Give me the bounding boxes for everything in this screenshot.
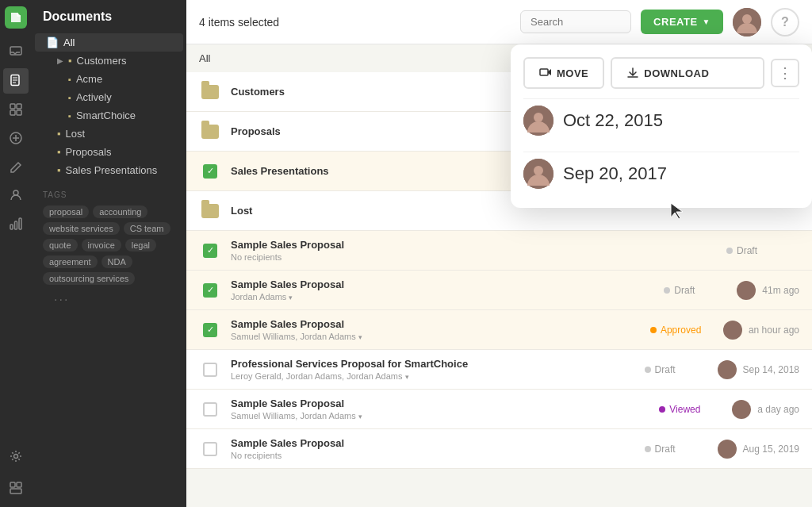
sidebar-item-actively[interactable]: ▪ Actively <box>35 88 183 106</box>
create-button[interactable]: CREATE ▼ <box>641 10 723 34</box>
sidebar-item-all[interactable]: 📄 All <box>35 33 183 52</box>
table-row[interactable]: ✓ Sample Sales Proposal No recipients Dr… <box>186 231 812 271</box>
checkbox-unchecked <box>203 402 217 417</box>
activity-avatar-2 <box>523 159 553 189</box>
svg-rect-12 <box>10 482 15 487</box>
search-input[interactable] <box>520 10 631 33</box>
sidebar-item-label: All <box>63 36 75 48</box>
table-row[interactable]: Sample Sales Proposal Samuel Williams, J… <box>186 390 812 429</box>
main-content: 4 items selected CREATE ▼ ? MOVE DOWNLOA… <box>186 0 812 507</box>
folder-icon: ▪ <box>57 164 61 176</box>
checkbox-icon[interactable] <box>199 438 221 460</box>
row-meta: Sep 14, 2018 <box>718 360 799 379</box>
checkbox-icon[interactable]: ✓ <box>199 279 221 302</box>
sidebar-item-label: Sales Presentations <box>66 164 158 176</box>
status-dot <box>659 406 665 413</box>
table-row[interactable]: ✓ Sample Sales Proposal Jordan Adams ▾ D… <box>186 271 812 310</box>
row-subtitle: Samuel Williams, Jordan Adams ▾ <box>231 332 641 341</box>
checkbox-icon[interactable]: ✓ <box>199 160 221 182</box>
tag-proposal[interactable]: proposal <box>43 205 89 218</box>
app-logo[interactable] <box>5 6 27 29</box>
nav-catalog[interactable] <box>3 125 29 151</box>
svg-rect-4 <box>10 110 15 115</box>
meta-time: Aug 15, 2019 <box>743 444 799 455</box>
status-dot <box>664 287 670 294</box>
row-content: Sample Sales Proposal No recipients <box>231 239 717 262</box>
dropdown-actions: MOVE DOWNLOAD ⋮ <box>523 57 799 89</box>
status-label: Approved <box>661 325 701 336</box>
move-button[interactable]: MOVE <box>523 57 604 89</box>
svg-point-11 <box>14 455 18 459</box>
nav-templates[interactable] <box>3 97 29 122</box>
activity-date-1: Oct 22, 2015 <box>563 110 663 131</box>
sidebar-item-label: Lost <box>66 128 86 140</box>
nav-contacts[interactable] <box>3 182 29 208</box>
tag-invoice[interactable]: invoice <box>82 239 121 252</box>
nav-settings[interactable] <box>3 444 29 469</box>
meta-time: Sep 14, 2018 <box>743 364 799 375</box>
tag-outsourcing-services[interactable]: outsourcing services <box>43 272 135 285</box>
row-meta: an hour ago <box>723 321 799 340</box>
tag-nda[interactable]: NDA <box>102 255 132 268</box>
meta-avatar <box>732 400 751 419</box>
row-subtitle: Leroy Gerald, Jordan Adams, Jordan Adams… <box>231 371 635 381</box>
row-content: Sample Sales Proposal Jordan Adams ▾ <box>231 278 654 302</box>
create-dropdown-icon: ▼ <box>703 17 710 26</box>
meta-avatar <box>718 360 737 379</box>
more-tags-button[interactable]: ... <box>43 285 175 309</box>
checkbox-icon[interactable]: ✓ <box>199 240 221 262</box>
table-row[interactable]: Sample Sales Proposal No recipients Draf… <box>186 429 812 469</box>
create-label: CREATE <box>653 16 697 28</box>
activity-row-2: Sep 20, 2017 <box>523 152 799 195</box>
tag-agreement[interactable]: agreement <box>43 255 98 268</box>
status-label: Draft <box>674 285 695 296</box>
row-status: Draft <box>645 444 708 455</box>
help-button[interactable]: ? <box>771 8 799 36</box>
table-row[interactable]: ✓ Sample Sales Proposal Samuel Williams,… <box>186 310 812 350</box>
table-row[interactable]: Professional Services Proposal for Smart… <box>186 350 812 390</box>
tag-website-services[interactable]: website services <box>43 222 120 235</box>
sidebar-item-proposals[interactable]: ▪ Proposals <box>35 143 183 161</box>
row-content: Sample Sales Proposal No recipients <box>231 437 635 460</box>
folder-icon: ▪ <box>57 146 61 158</box>
download-button[interactable]: DOWNLOAD <box>611 57 764 89</box>
checkbox-icon[interactable] <box>199 398 221 421</box>
more-options-button[interactable]: ⋮ <box>771 59 799 87</box>
nav-edit[interactable] <box>3 154 29 179</box>
sidebar-item-smartchoice[interactable]: ▪ SmartChoice <box>35 106 183 125</box>
svg-point-21 <box>534 166 543 175</box>
meta-avatar <box>718 440 737 459</box>
sidebar-item-label: Proposals <box>66 146 112 158</box>
move-label: MOVE <box>557 67 588 79</box>
sidebar-item-lost[interactable]: ▪ Lost <box>35 125 183 143</box>
checkbox-icon[interactable] <box>199 359 221 381</box>
row-title: Sample Sales Proposal <box>231 318 641 330</box>
user-avatar[interactable] <box>733 8 761 36</box>
tag-quote[interactable]: quote <box>43 239 78 252</box>
sidebar-title: Documents <box>32 10 186 33</box>
folder-icon: ▪ <box>57 128 61 140</box>
folder-icon: ▪ <box>68 75 71 84</box>
sidebar: Documents 📄 All ▶ ▪ Customers ▪ Acme ▪ A… <box>32 0 186 507</box>
sidebar-item-customers[interactable]: ▶ ▪ Customers <box>35 52 183 70</box>
sidebar-item-sales-presentations[interactable]: ▪ Sales Presentations <box>35 161 183 179</box>
meta-time: 41m ago <box>762 285 799 296</box>
selection-count: 4 items selected <box>199 16 511 29</box>
checkbox-unchecked <box>203 363 217 377</box>
nav-analytics[interactable] <box>3 211 29 236</box>
nav-inbox[interactable] <box>3 40 29 65</box>
activity-date-2: Sep 20, 2017 <box>563 163 667 184</box>
tag-legal[interactable]: legal <box>125 239 156 252</box>
svg-rect-14 <box>10 489 21 494</box>
tag-cs-team[interactable]: CS team <box>124 222 170 235</box>
svg-rect-9 <box>15 221 17 229</box>
checkbox-icon[interactable]: ✓ <box>199 319 221 341</box>
nav-documents[interactable] <box>3 68 29 94</box>
tag-accounting[interactable]: accounting <box>93 205 147 218</box>
folder-icon: ▪ <box>68 111 71 121</box>
nav-integrations[interactable] <box>3 475 29 501</box>
sidebar-item-label: Actively <box>76 91 112 103</box>
row-subtitle: No recipients <box>231 252 717 262</box>
sidebar-item-acme[interactable]: ▪ Acme <box>35 70 183 88</box>
status-dot <box>645 446 651 452</box>
